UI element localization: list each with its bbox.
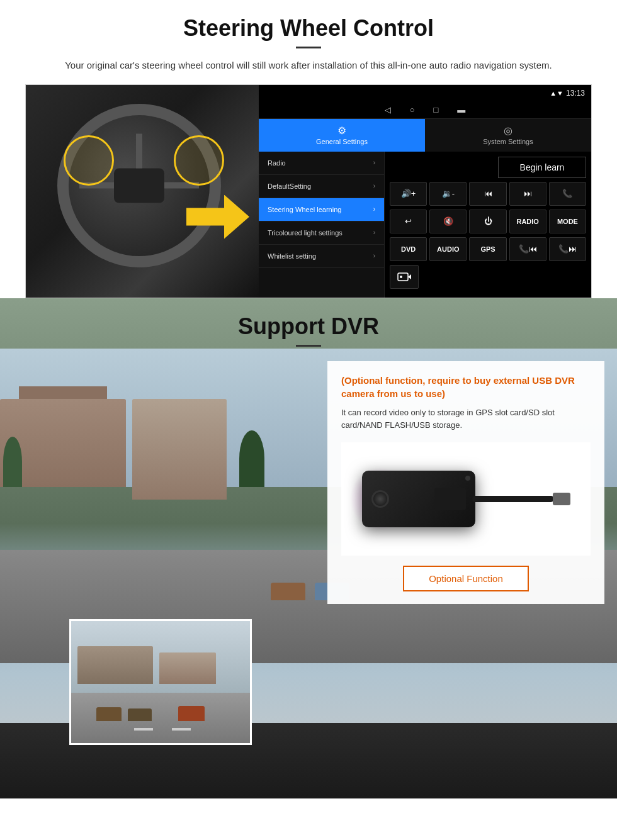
chevron-icon: › bbox=[373, 159, 375, 166]
dvr-thumbnail-image bbox=[69, 619, 252, 745]
ui-screenshot: ▲▼ 13:13 ◁ ○ □ ▬ ⚙ General Settings ◎ Sy… bbox=[25, 84, 592, 298]
nav-bar: ◁ ○ □ ▬ bbox=[259, 101, 591, 119]
menu-default-label: DefaultSetting bbox=[268, 182, 311, 190]
usb-plug bbox=[553, 493, 570, 505]
menu-list: Radio › DefaultSetting › Steering Wheel … bbox=[259, 152, 385, 298]
menu-item-tricoloured[interactable]: Tricoloured light settings › bbox=[259, 221, 384, 245]
dvr-optional-text: (Optional function, require to buy exter… bbox=[341, 374, 591, 400]
audio-button[interactable]: AUDIO bbox=[429, 237, 467, 261]
dvr-description: It can record video only to storage in G… bbox=[341, 406, 591, 433]
camera-lens bbox=[371, 490, 389, 508]
steering-center bbox=[114, 168, 164, 203]
svg-rect-0 bbox=[398, 273, 408, 281]
nav-menu-icon[interactable]: ▬ bbox=[457, 105, 465, 115]
dvd-button[interactable]: DVD bbox=[390, 237, 427, 261]
dvr-section: Support DVR (Optional function, require … bbox=[0, 298, 617, 798]
car-1 bbox=[271, 583, 305, 600]
next-track-button[interactable]: ⏭ bbox=[509, 182, 546, 206]
tab-system-label: System Settings bbox=[483, 138, 533, 145]
usb-cable bbox=[472, 496, 554, 502]
tel-next-button[interactable]: 📞⏭ bbox=[549, 237, 586, 261]
thumb-line1 bbox=[134, 728, 153, 731]
steering-wheel-photo bbox=[26, 85, 259, 298]
dvr-camera-image bbox=[341, 442, 591, 556]
highlight-left bbox=[64, 135, 114, 186]
steering-wheel-section: Steering Wheel Control Your original car… bbox=[0, 0, 617, 298]
android-ui: ▲▼ 13:13 ◁ ○ □ ▬ ⚙ General Settings ◎ Sy… bbox=[259, 85, 591, 298]
control-row-3: DVD AUDIO GPS 📞⏮ 📞⏭ bbox=[390, 237, 586, 261]
tab-system-settings[interactable]: ◎ System Settings bbox=[425, 119, 591, 152]
settings-content: Radio › DefaultSetting › Steering Wheel … bbox=[259, 152, 591, 298]
phone-button[interactable]: 📞 bbox=[549, 182, 586, 206]
svg-point-2 bbox=[400, 276, 402, 278]
chevron-icon: › bbox=[373, 206, 375, 213]
thumb-car2 bbox=[128, 708, 152, 721]
menu-item-whitelist[interactable]: Whitelist setting › bbox=[259, 245, 384, 268]
thumb-building2 bbox=[159, 652, 216, 684]
menu-radio-label: Radio bbox=[268, 159, 286, 167]
spoke-top bbox=[136, 133, 142, 168]
vol-up-button[interactable]: 🔊+ bbox=[390, 182, 427, 206]
menu-tricoloured-label: Tricoloured light settings bbox=[268, 229, 342, 237]
dvr-button[interactable] bbox=[390, 265, 419, 289]
begin-learn-button[interactable]: Begin learn bbox=[498, 157, 586, 178]
roof-1 bbox=[19, 386, 107, 399]
camera-detail bbox=[434, 488, 466, 510]
thumb-line2 bbox=[172, 728, 191, 731]
title-divider bbox=[296, 47, 321, 48]
optional-function-button[interactable]: Optional Function bbox=[403, 566, 529, 591]
tel-prev-button[interactable]: 📞⏮ bbox=[509, 237, 546, 261]
dvr-section-header: Support DVR bbox=[0, 298, 617, 353]
menu-item-default[interactable]: DefaultSetting › bbox=[259, 175, 384, 198]
settings-tabs: ⚙ General Settings ◎ System Settings bbox=[259, 119, 591, 152]
tree-1 bbox=[3, 437, 22, 487]
dvr-title-divider bbox=[296, 345, 321, 347]
control-row-1: 🔊+ 🔉- ⏮ ⏭ 📞 bbox=[390, 182, 586, 206]
thumb-car1 bbox=[96, 707, 122, 721]
back-button[interactable]: ↩ bbox=[390, 210, 427, 233]
gear-icon: ⚙ bbox=[337, 125, 346, 137]
menu-item-steering[interactable]: Steering Wheel learning › bbox=[259, 198, 384, 221]
status-signal: ▲▼ bbox=[550, 89, 563, 97]
page-title: Steering Wheel Control bbox=[25, 15, 592, 42]
tree-2 bbox=[239, 430, 264, 487]
thumb-car3 bbox=[178, 706, 205, 721]
prev-track-button[interactable]: ⏮ bbox=[469, 182, 506, 206]
mode-button[interactable]: MODE bbox=[549, 210, 586, 233]
gps-button[interactable]: GPS bbox=[469, 237, 506, 261]
nav-home-icon[interactable]: ○ bbox=[410, 105, 415, 115]
control-row-2: ↩ 🔇 ⏻ RADIO MODE bbox=[390, 210, 586, 233]
radio-button[interactable]: RADIO bbox=[509, 210, 546, 233]
dvr-title: Support DVR bbox=[0, 313, 617, 340]
chevron-icon: › bbox=[373, 252, 375, 259]
control-panel: Begin learn 🔊+ 🔉- ⏮ ⏭ 📞 ↩ 🔇 ⏻ RAD bbox=[385, 152, 591, 298]
system-icon: ◎ bbox=[504, 125, 512, 137]
tab-general-settings[interactable]: ⚙ General Settings bbox=[259, 119, 425, 152]
steering-circle bbox=[57, 104, 221, 267]
nav-recent-icon[interactable]: □ bbox=[434, 105, 439, 115]
chevron-icon: › bbox=[373, 182, 375, 189]
vol-down-button[interactable]: 🔉- bbox=[429, 182, 467, 206]
section-description: Your original car's steering wheel contr… bbox=[38, 59, 579, 73]
dvr-info-card: (Optional function, require to buy exter… bbox=[327, 361, 604, 605]
highlight-right bbox=[174, 135, 224, 186]
status-time: 13:13 bbox=[566, 89, 585, 98]
thumb-building bbox=[77, 646, 153, 684]
control-row-4 bbox=[390, 265, 586, 289]
usb-cable-assembly bbox=[472, 493, 570, 505]
mute-button[interactable]: 🔇 bbox=[429, 210, 467, 233]
chevron-icon: › bbox=[373, 229, 375, 236]
camera-screw bbox=[465, 476, 470, 481]
menu-item-radio[interactable]: Radio › bbox=[259, 152, 384, 175]
nav-back-icon[interactable]: ◁ bbox=[385, 105, 391, 115]
camera-body bbox=[362, 471, 475, 527]
building-2 bbox=[132, 399, 227, 500]
menu-steering-label: Steering Wheel learning bbox=[268, 206, 341, 213]
menu-whitelist-label: Whitelist setting bbox=[268, 252, 316, 260]
power-button[interactable]: ⏻ bbox=[469, 210, 506, 233]
tab-general-label: General Settings bbox=[316, 138, 368, 145]
status-bar: ▲▼ 13:13 bbox=[259, 85, 591, 101]
